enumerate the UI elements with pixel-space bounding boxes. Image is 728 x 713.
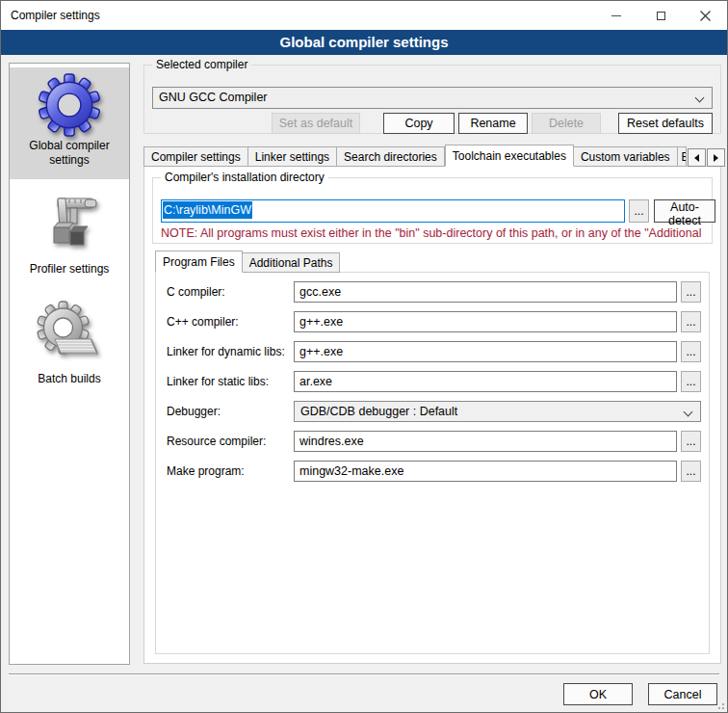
install-directory-selected-text: C:\raylib\MinGW: [163, 201, 252, 219]
make-program-label: Make program:: [167, 461, 245, 482]
sidebar-item-label: Profiler settings: [26, 260, 114, 282]
make-program-input[interactable]: [294, 461, 677, 482]
c-compiler-label: C compiler:: [167, 281, 225, 303]
tab-search-directories[interactable]: Search directories: [337, 146, 445, 167]
install-directory-input[interactable]: C:\raylib\MinGW: [161, 199, 625, 223]
close-button[interactable]: [683, 1, 727, 30]
debugger-select-value: GDB/CDB debugger : Default: [300, 405, 457, 418]
cancel-button[interactable]: Cancel: [648, 683, 717, 705]
batch-builds-icon: [36, 301, 103, 370]
resize-grip[interactable]: [715, 700, 725, 710]
tab-scroll-left-button[interactable]: [688, 148, 706, 167]
caliper-icon: [39, 193, 100, 260]
tab-compiler-settings[interactable]: Compiler settings: [143, 146, 248, 167]
tab-build-options[interactable]: Build: [678, 146, 687, 167]
compiler-select[interactable]: GNU GCC Compiler: [152, 87, 713, 109]
chevron-down-icon: [684, 408, 693, 417]
settings-sidebar: Global compiler settings: [9, 63, 130, 665]
browse-resource-compiler-button[interactable]: ...: [681, 431, 701, 452]
browse-dynamic-linker-button[interactable]: ...: [681, 341, 701, 362]
resource-compiler-input[interactable]: [294, 431, 677, 452]
dynamic-linker-input[interactable]: [294, 341, 677, 362]
static-linker-input[interactable]: [294, 371, 677, 392]
chevron-down-icon: [695, 93, 705, 103]
install-directory-group-label: Compiler's installation directory: [161, 171, 328, 185]
window-title: Compiler settings: [11, 9, 100, 22]
minimize-icon: [611, 15, 621, 16]
ok-button[interactable]: OK: [563, 683, 633, 705]
tab-scroll-right-button[interactable]: [707, 148, 725, 167]
compiler-settings-dialog: Compiler settings Global compiler settin…: [0, 0, 728, 713]
cpp-compiler-input[interactable]: [294, 311, 677, 332]
browse-static-linker-button[interactable]: ...: [681, 371, 701, 392]
sidebar-item-batch-builds[interactable]: Batch builds: [10, 295, 129, 403]
tab-custom-variables[interactable]: Custom variables: [574, 146, 678, 167]
static-linker-label: Linker for static libs:: [167, 371, 269, 392]
tab-toolchain-executables[interactable]: Toolchain executables: [445, 145, 574, 167]
selected-compiler-group-label: Selected compiler: [152, 58, 251, 72]
maximize-button[interactable]: [638, 1, 683, 30]
program-files-page: C compiler: ... C++ compiler: ... Linker…: [155, 272, 710, 654]
subtab-additional-paths[interactable]: Additional Paths: [243, 252, 341, 273]
debugger-select[interactable]: GDB/CDB debugger : Default: [294, 401, 701, 422]
sidebar-item-label: Batch builds: [34, 370, 104, 392]
c-compiler-input[interactable]: [294, 281, 677, 303]
browse-cpp-compiler-button[interactable]: ...: [681, 311, 701, 332]
dialog-banner: Global compiler settings: [1, 30, 727, 55]
delete-button[interactable]: Delete: [532, 113, 601, 134]
tab-linker-settings[interactable]: Linker settings: [248, 146, 337, 167]
rename-button[interactable]: Rename: [458, 113, 528, 134]
caption-buttons: [594, 1, 727, 30]
arrow-right-icon: [714, 154, 718, 162]
cpp-compiler-label: C++ compiler:: [167, 311, 239, 332]
gear-icon: [38, 73, 101, 137]
install-directory-note: NOTE: All programs must exist either in …: [161, 226, 711, 240]
maximize-icon: [657, 12, 665, 20]
browse-c-compiler-button[interactable]: ...: [681, 281, 701, 303]
arrow-left-icon: [694, 154, 699, 162]
subtab-program-files[interactable]: Program Files: [155, 251, 243, 273]
compiler-select-value: GNU GCC Compiler: [159, 91, 268, 104]
programs-subtabstrip: Program Files Additional Paths: [155, 251, 340, 273]
toolchain-executables-page: Compiler's installation directory C:\ray…: [143, 166, 721, 664]
resource-compiler-label: Resource compiler:: [167, 431, 266, 452]
copy-button[interactable]: Copy: [383, 113, 455, 134]
title-bar: Compiler settings: [1, 1, 727, 30]
reset-defaults-button[interactable]: Reset defaults: [618, 113, 713, 134]
sidebar-item-global-compiler-settings[interactable]: Global compiler settings: [10, 67, 129, 179]
auto-detect-button[interactable]: Auto-detect: [654, 199, 715, 223]
sidebar-item-label: Global compiler settings: [10, 137, 129, 173]
close-icon: [700, 11, 711, 21]
browse-make-program-button[interactable]: ...: [681, 461, 701, 482]
selected-compiler-group: Selected compiler GNU GCC Compiler Set a…: [143, 65, 721, 134]
dynamic-linker-label: Linker for dynamic libs:: [167, 341, 285, 362]
debugger-label: Debugger:: [167, 401, 221, 422]
set-as-default-button[interactable]: Set as default: [272, 113, 360, 134]
sidebar-item-profiler-settings[interactable]: Profiler settings: [10, 187, 129, 283]
footer-separator: [9, 673, 719, 675]
minimize-button[interactable]: [594, 1, 638, 30]
browse-install-directory-button[interactable]: ...: [629, 199, 649, 223]
tab-scroll-arrows: [687, 148, 725, 167]
install-directory-group: Compiler's installation directory C:\ray…: [152, 177, 713, 244]
main-tabstrip: Compiler settings Linker settings Search…: [143, 145, 721, 167]
